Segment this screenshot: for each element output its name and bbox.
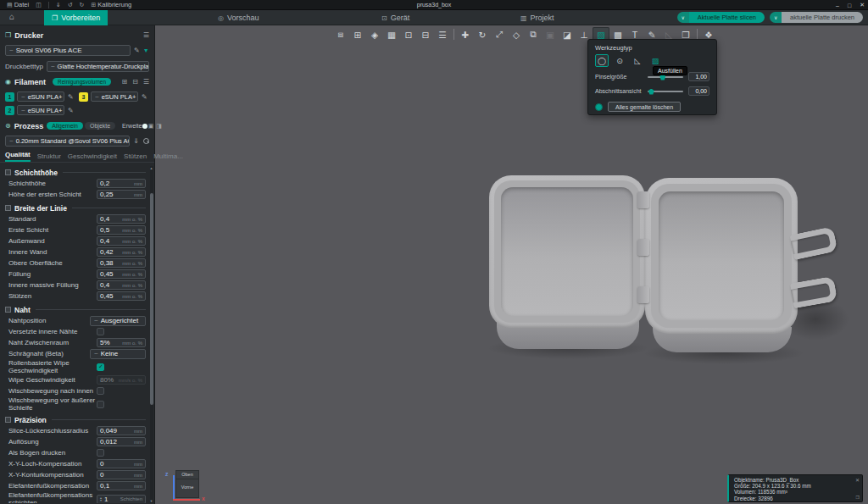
edit-filament-icon[interactable]: ✎ <box>68 107 74 114</box>
minimize-button[interactable]: – <box>836 3 839 8</box>
brush-size-value[interactable]: 1,00 <box>688 72 709 81</box>
home-button[interactable]: ⌂ <box>5 12 19 24</box>
param-checkbox[interactable] <box>97 363 104 371</box>
clone-icon[interactable]: ▣ <box>542 27 559 42</box>
search-settings-icon[interactable] <box>143 138 149 144</box>
param-select[interactable]: Ausgerichtet <box>90 316 146 326</box>
fill-tool-icon[interactable]: ▨ <box>648 54 662 67</box>
pin-icon[interactable]: ❒ <box>856 495 860 500</box>
view-all-settings-icon[interactable]: ◨ <box>156 123 162 130</box>
mesh-boolean-icon[interactable]: ⧉ <box>525 27 542 42</box>
add-object-icon[interactable]: ⧈ <box>332 27 349 42</box>
process-tab[interactable]: Geschwindigkeit <box>68 152 117 162</box>
edit-filament-icon[interactable]: ✎ <box>142 93 147 101</box>
param-checkbox[interactable] <box>97 328 104 335</box>
param-input[interactable]: 80% mm/s o. % <box>97 375 146 385</box>
process-preset-select[interactable]: 0.20mm Standard @Sovol SV06 Plus ACE <box>5 136 130 147</box>
print-plate-button[interactable]: ∨ aktuelle Platte drucken <box>770 12 863 23</box>
seam-painting-icon[interactable]: ◪ <box>559 27 576 42</box>
flush-volumes-button[interactable]: Reinigungsvolumen <box>53 78 111 86</box>
filament-color-swatch[interactable]: 3 <box>79 92 88 102</box>
param-input[interactable]: 0 mm <box>97 470 146 479</box>
layout-button[interactable]: ◫ <box>36 2 42 8</box>
param-input[interactable]: 0,012 mm <box>97 437 146 446</box>
edit-printer-icon[interactable]: ✎ <box>134 47 140 54</box>
auto-orient-icon[interactable]: ◈ <box>366 27 383 42</box>
rotate-icon[interactable]: ↻ <box>474 27 491 42</box>
bed-type-select[interactable]: Glatte Hochtemperatur-Druckplatte <box>47 61 149 72</box>
cut-icon[interactable]: ◇ <box>508 27 525 42</box>
scale-icon[interactable]: ⤢ <box>491 27 508 42</box>
undo-button[interactable]: ↺ <box>68 2 73 8</box>
file-menu[interactable]: ▤ Datei <box>7 1 29 8</box>
edit-filament-icon[interactable]: ✎ <box>68 93 74 101</box>
model-prusa3d-box[interactable] <box>487 171 851 370</box>
calibration-menu[interactable]: ⊞ Kalibrierung <box>91 1 131 8</box>
orientation-gizmo[interactable]: Oben Vorne Z X <box>164 470 204 502</box>
params-scrollbar[interactable]: ▲ ▼ <box>150 166 153 503</box>
printer-preset-select[interactable]: Sovol SV06 Plus ACE <box>5 45 131 56</box>
param-input[interactable]: 0,4 mm o. % <box>97 280 146 290</box>
filament-settings-icon[interactable]: ☰ <box>143 78 149 86</box>
split-to-parts-icon[interactable]: ⊟ <box>417 27 434 42</box>
move-icon[interactable]: ✚ <box>457 27 474 42</box>
param-input[interactable]: 0,1 mm <box>97 481 146 490</box>
param-input[interactable]: 0,049 mm <box>97 426 146 435</box>
param-checkbox[interactable] <box>97 387 104 395</box>
tab-preview[interactable]: ◎ Vorschau <box>210 10 267 25</box>
param-section-header[interactable]: Naht <box>5 304 146 315</box>
circle-brush-icon[interactable]: ◯ <box>595 54 609 67</box>
scroll-up-icon[interactable]: ▲ <box>149 166 153 170</box>
erase-all-button[interactable]: Alles gemalte löschen <box>608 102 681 112</box>
print-dropdown-icon[interactable]: ∨ <box>770 12 782 23</box>
add-plate-icon[interactable]: ⊞ <box>349 27 366 42</box>
param-input[interactable]: 0,4 mm o. % <box>97 214 146 224</box>
scope-objects-button[interactable]: Objekte <box>85 122 115 130</box>
scroll-down-icon[interactable]: ▼ <box>149 499 153 503</box>
section-view-value[interactable]: 0,00 <box>688 86 709 96</box>
process-tab[interactable]: Qualität <box>5 151 31 162</box>
scrollbar-thumb[interactable] <box>150 193 153 405</box>
tab-prepare[interactable]: ❐ Vorbereiten <box>44 10 108 25</box>
save-preset-icon[interactable]: ⇓ <box>133 137 139 145</box>
param-input[interactable]: 0,45 mm o. % <box>97 269 146 279</box>
slice-dropdown-icon[interactable]: ∨ <box>677 12 689 23</box>
view-cube[interactable]: Oben Vorne <box>175 470 199 498</box>
param-input[interactable]: 0,42 mm o. % <box>97 247 146 257</box>
view-front-face[interactable]: Vorne <box>176 485 198 490</box>
scope-global-button[interactable]: Allgemein <box>47 122 83 130</box>
param-section-header[interactable]: Präzision <box>5 414 146 425</box>
param-input[interactable]: 0,4 mm o. % <box>97 236 146 246</box>
variable-layer-height-icon[interactable]: ☰ <box>434 27 451 42</box>
slice-plate-button[interactable]: ∨ Aktuelle Platte slicen <box>677 12 765 23</box>
box-lid[interactable] <box>489 175 645 328</box>
param-checkbox[interactable] <box>97 401 104 408</box>
close-button[interactable]: ✕ <box>860 2 865 8</box>
compare-presets-icon[interactable]: ▣ <box>148 123 154 130</box>
triangle-brush-icon[interactable]: ◺ <box>631 54 644 67</box>
spinner-arrows-icon[interactable]: ▴▾ <box>100 496 102 501</box>
param-input[interactable]: 5% mm o. % <box>97 338 146 347</box>
param-input[interactable]: 0,38 mm o. % <box>97 258 146 268</box>
process-tab[interactable]: Stützen <box>124 152 147 162</box>
filament-preset-select[interactable]: eSUN PLA+ <box>91 91 138 102</box>
filament-preset-select[interactable]: eSUN PLA+ <box>17 91 64 102</box>
param-input[interactable]: 0,2 mm <box>97 179 146 188</box>
slider-thumb[interactable] <box>648 89 654 95</box>
box-base[interactable] <box>645 178 798 334</box>
close-icon[interactable]: ✕ <box>855 477 860 483</box>
split-to-objects-icon[interactable]: ⊡ <box>400 27 417 42</box>
process-tab[interactable]: Multima... <box>153 152 183 162</box>
section-view-slider[interactable] <box>648 91 683 92</box>
param-input[interactable]: 0,5 mm o. % <box>97 225 146 235</box>
brush-size-slider[interactable] <box>648 76 683 78</box>
view-top-face[interactable]: Oben <box>176 472 198 479</box>
add-filament-icon[interactable]: ⊞ <box>121 78 127 86</box>
tab-device[interactable]: ⊡ Gerät <box>374 10 417 25</box>
param-input[interactable]: 0 mm <box>97 459 146 468</box>
filament-preset-select[interactable]: eSUN PLA+ <box>17 105 64 115</box>
printer-connection-icon[interactable]: ▼ <box>143 47 149 53</box>
param-input[interactable]: 0,25 mm <box>97 190 146 199</box>
redo-button[interactable]: ↻ <box>80 2 85 8</box>
filament-color-swatch[interactable]: 2 <box>5 106 14 115</box>
